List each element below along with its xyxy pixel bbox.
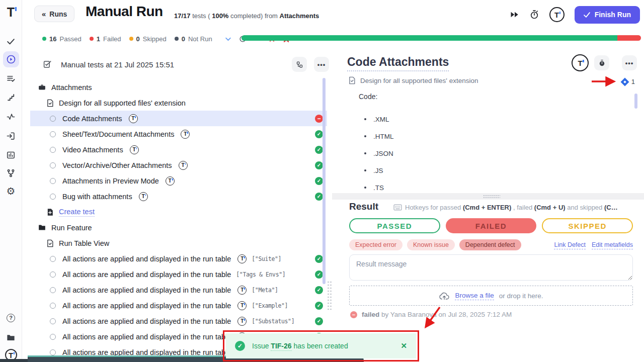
radio-icon[interactable]	[50, 287, 56, 293]
edit-metafields-link[interactable]: Edit metafields	[592, 241, 633, 249]
failed-button[interactable]: FAILED	[446, 218, 537, 233]
fast-forward-icon[interactable]	[510, 11, 519, 18]
success-check-icon: ✓	[235, 341, 245, 351]
testomat-badge-icon[interactable]: T	[572, 54, 589, 71]
radio-icon[interactable]	[50, 147, 56, 153]
radio-icon[interactable]	[50, 194, 56, 200]
close-icon[interactable]: ✕	[400, 341, 407, 350]
pill-dependent-defect[interactable]: Dependent defect	[459, 239, 521, 250]
pulse-icon[interactable]	[3, 109, 19, 125]
failed-minus-icon: −	[350, 311, 357, 318]
tree-test-row[interactable]: All actions are applied and displayed in…	[30, 282, 327, 298]
tree-suite-row[interactable]: Attachments	[30, 79, 327, 95]
steps-icon[interactable]	[3, 89, 19, 106]
radio-icon[interactable]	[50, 131, 56, 137]
list-item: .JSON	[364, 145, 394, 162]
finish-run-button[interactable]: Finish Run	[575, 6, 640, 24]
detail-more-button[interactable]: •••	[622, 55, 637, 70]
chevron-down-icon[interactable]	[224, 35, 232, 43]
issue-id-link[interactable]: TIF-26	[271, 342, 291, 351]
header-actions: T Finish Run	[510, 0, 640, 29]
tree-test-row[interactable]: Code Attachments T −	[30, 111, 327, 126]
tree-doc-row[interactable]: Run Table View	[30, 235, 327, 251]
tree-test-row[interactable]: All actions are applied and displayed in…	[30, 298, 327, 313]
radio-icon[interactable]	[50, 116, 56, 122]
testomat-badge-icon[interactable]: T	[549, 7, 565, 22]
tree-test-row[interactable]: All actions are applied and displayed in…	[30, 266, 327, 282]
create-test-row[interactable]: Create test	[30, 204, 327, 220]
failed-dot-icon	[90, 37, 94, 41]
toast-message: Issue TIF-26 has been created	[252, 342, 348, 350]
radio-icon[interactable]	[50, 256, 56, 262]
link-defect-link[interactable]: Link Defect	[554, 241, 586, 249]
tree-test-row[interactable]: Attachments in Preview Mode T ✓	[30, 173, 327, 189]
bottom-bar-edge	[0, 359, 28, 362]
file-check-icon	[46, 99, 54, 107]
radio-icon[interactable]	[50, 349, 56, 355]
list-item: .XML	[364, 111, 394, 128]
tree-panel-header: Manual tests at 21 Jul 2025 15:51 •••	[43, 56, 329, 72]
branches-icon[interactable]	[3, 165, 19, 181]
detail-scrollbar[interactable]	[634, 94, 637, 109]
tree-test-row[interactable]: Vector/Archive/Other Attachments T ✓	[30, 157, 327, 173]
testomat-icon: T	[179, 161, 188, 170]
list-item: .HTML	[364, 128, 394, 145]
tree-test-row[interactable]: Video Attachments T ✓	[30, 142, 327, 157]
projects-folder-icon[interactable]	[3, 329, 19, 345]
create-test-link[interactable]: Create test	[59, 208, 95, 217]
run-progress-bar[interactable]	[242, 35, 641, 41]
status-passed-icon: ✓	[315, 286, 323, 294]
pill-expected-error[interactable]: Expected error	[349, 239, 403, 250]
tree-test-row[interactable]: All actions are applied and displayed in…	[30, 313, 327, 329]
tree-more-button[interactable]: •••	[314, 57, 329, 72]
app-sidebar: T ⚙ ? T	[0, 0, 22, 362]
runs-play-icon[interactable]	[3, 51, 19, 67]
tree-test-row[interactable]: Sheet/Text/Document Attachments T ✓	[30, 126, 327, 142]
run-session-title: Manual tests at 21 Jul 2025 15:51	[61, 60, 174, 69]
stopwatch-button[interactable]	[594, 55, 609, 70]
test-tag: ["Tags & Envs"]	[236, 271, 285, 278]
radio-icon[interactable]	[50, 178, 56, 184]
settings-gear-icon[interactable]: ⚙	[3, 183, 19, 199]
code-extension-list: .XML .HTML .JSON .JS .TS	[364, 111, 394, 196]
test-label: Bug with attachments	[62, 193, 132, 201]
plans-list-icon[interactable]	[3, 70, 19, 86]
pill-known-issue[interactable]: Known issue	[407, 239, 455, 250]
tree-view-button[interactable]	[292, 57, 307, 72]
tree-test-row[interactable]: All actions are applied and displayed in…	[30, 251, 327, 266]
test-label: Attachments in Preview Mode	[62, 177, 159, 185]
result-message-input[interactable]	[349, 254, 633, 281]
browse-file-link[interactable]: Browse a file	[455, 292, 494, 300]
notrun-dot-icon	[175, 37, 179, 41]
file-check-icon	[348, 76, 356, 84]
tree-test-row[interactable]: Bug with attachments T ✓	[30, 189, 327, 204]
skipped-button[interactable]: SKIPPED	[542, 218, 633, 233]
import-icon[interactable]	[3, 128, 19, 144]
radio-icon[interactable]	[50, 162, 56, 168]
test-label: Code Attachments	[62, 115, 122, 123]
testomat-logo-icon[interactable]: T	[3, 4, 19, 20]
passed-button[interactable]: PASSED	[349, 218, 440, 233]
tree-doc-row[interactable]: Design for all supported files' extensio…	[30, 95, 327, 111]
result-divider[interactable]	[332, 193, 644, 200]
page-title: Manual Run	[86, 4, 163, 20]
testomat-icon: T	[166, 176, 175, 186]
tree-scrollbar[interactable]	[323, 78, 326, 284]
doc-label: Run Table View	[59, 239, 109, 247]
skipped-dot-icon	[129, 37, 133, 41]
radio-icon[interactable]	[50, 303, 56, 309]
help-icon[interactable]: ?	[3, 310, 19, 326]
radio-icon[interactable]	[50, 318, 56, 324]
test-detail-title[interactable]: Code Attachments	[347, 55, 449, 71]
status-passed-icon: ✓	[315, 302, 323, 310]
radio-icon[interactable]	[50, 272, 56, 278]
header: « Runs Manual Run 17/17 tests ( 100% com…	[22, 0, 644, 29]
back-to-runs-button[interactable]: « Runs	[34, 6, 74, 22]
tree-folder-row[interactable]: Run Feature	[30, 220, 327, 235]
timer-icon[interactable]	[529, 10, 539, 20]
radio-icon[interactable]	[50, 334, 56, 340]
linked-issue-chip[interactable]: 1	[622, 78, 635, 85]
tests-check-icon[interactable]	[3, 33, 19, 49]
file-dropzone[interactable]: Browse a file or drop it here.	[349, 286, 633, 306]
analytics-icon[interactable]	[3, 147, 19, 163]
